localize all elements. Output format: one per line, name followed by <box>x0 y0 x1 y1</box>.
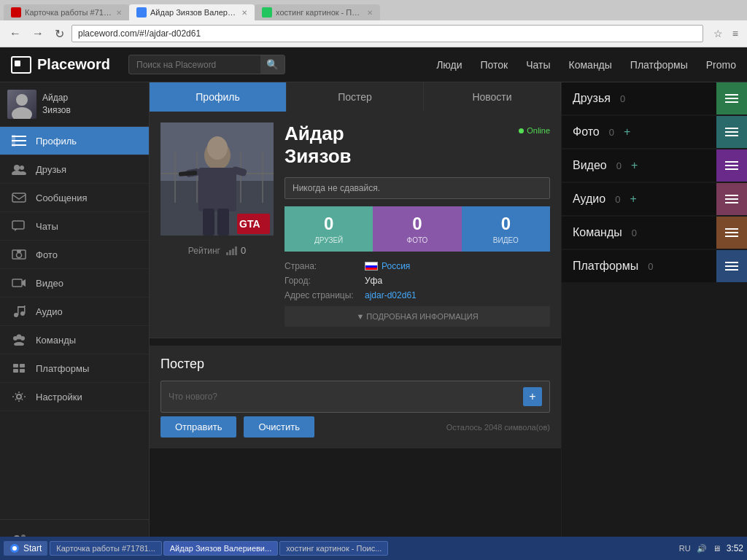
stats-row: 0 ДРУЗЕЙ 0 ФОТО 0 ВИДЕО <box>285 206 550 252</box>
taskbar-item-2[interactable]: Айдар Зиязов Валериеви... <box>163 541 278 556</box>
stat-photos: 0 ФОТО <box>373 206 461 252</box>
sidebar-item-friends[interactable]: Друзья <box>0 155 149 184</box>
sidebar-item-photo[interactable]: Фото <box>0 241 149 269</box>
hamburger-icon-2 <box>725 128 738 136</box>
nav-link-chats[interactable]: Чаты <box>526 59 550 71</box>
detail-val-address[interactable]: ajdar-d02d61 <box>365 290 417 300</box>
taskbar-item-1[interactable]: Карточка работы #71781... <box>50 541 161 556</box>
detail-val-country: Россия <box>365 261 410 271</box>
tab-poster[interactable]: Постер <box>287 82 424 112</box>
profile-icon <box>11 134 27 147</box>
sidebar-item-settings[interactable]: Настройки <box>0 383 149 411</box>
address-bar[interactable] <box>71 25 703 42</box>
stat-photos-number: 0 <box>380 214 454 234</box>
content-area: Профиль Постер Новости <box>150 82 747 560</box>
search-input[interactable] <box>129 56 260 74</box>
svg-point-57 <box>12 546 17 551</box>
nav-link-teams[interactable]: Команды <box>569 59 612 71</box>
stat-videos-number: 0 <box>469 214 543 234</box>
refresh-button[interactable]: ↻ <box>51 26 68 42</box>
svg-rect-21 <box>18 306 25 308</box>
svg-point-1 <box>12 107 32 119</box>
browser-tab-3[interactable]: хостинг картинок - Поис... ✕ <box>255 4 380 20</box>
stat-videos-label: ВИДЕО <box>469 236 543 244</box>
sidebar-item-platforms[interactable]: Платформы <box>0 354 149 383</box>
tab-close-1[interactable]: ✕ <box>116 9 122 17</box>
sidebar-item-video[interactable]: Видео <box>0 269 149 298</box>
menu-icon[interactable]: ≡ <box>729 26 741 41</box>
poster-submit-button[interactable]: Отправить <box>160 416 236 438</box>
star-icon[interactable]: ☆ <box>711 26 726 41</box>
tab-close-3[interactable]: ✕ <box>367 9 373 17</box>
sidebar-item-teams[interactable]: Команды <box>0 326 149 354</box>
back-button[interactable]: ← <box>6 26 25 42</box>
sidebar-user-name: Айдар Зиязов <box>42 92 71 117</box>
avatar-gta-char: GTA <box>160 122 274 236</box>
svg-point-7 <box>20 166 24 170</box>
sidebar-item-chats[interactable]: Чаты <box>0 212 149 241</box>
widget-teams: Команды 0 <box>562 217 747 249</box>
detail-more[interactable]: ▼ ПОДРОБНАЯ ИНФОРМАЦИЯ <box>285 306 550 327</box>
nav-link-promo[interactable]: Promo <box>706 59 736 71</box>
sidebar-label-messages: Сообщения <box>36 192 88 203</box>
nav-link-people[interactable]: Люди <box>436 59 462 71</box>
poster-actions: Отправить Очистить Осталось 2048 символа… <box>160 416 550 438</box>
widget-photo-add[interactable]: + <box>624 125 630 139</box>
svg-rect-55 <box>235 246 237 255</box>
widget-audio-add[interactable]: + <box>630 192 636 206</box>
svg-rect-15 <box>12 279 22 287</box>
search-button[interactable]: 🔍 <box>260 55 285 74</box>
sidebar-nav: Профиль Друзья Сообщения <box>0 127 149 519</box>
svg-rect-48 <box>203 209 214 236</box>
svg-rect-11 <box>12 221 24 229</box>
sidebar-item-audio[interactable]: Аудио <box>0 298 149 326</box>
detail-key-country: Страна: <box>285 261 365 271</box>
platforms-icon <box>11 362 27 375</box>
nav-link-platforms[interactable]: Платформы <box>630 59 688 71</box>
poster-chars-left: Осталось 2048 символа(ов) <box>446 423 550 432</box>
poster-input-area[interactable]: Что нового? + <box>160 381 550 413</box>
hamburger-icon-4 <box>725 195 738 203</box>
browser-tab-1[interactable]: Карточка работы #71781... ✕ <box>4 4 129 20</box>
forward-button[interactable]: → <box>28 26 47 42</box>
taskbar-volume-icon[interactable]: 🔊 <box>697 544 707 553</box>
detail-city: Город: Уфа <box>285 273 550 288</box>
browser-tab-2[interactable]: Айдар Зиязов Валериеви... ✕ <box>129 4 255 20</box>
widget-audio-count: 0 <box>615 194 620 205</box>
taskbar-clock: 3:52 <box>727 543 743 553</box>
start-button[interactable]: Start <box>4 541 47 556</box>
browser-chrome: Карточка работы #71781... ✕ Айдар Зиязов… <box>0 0 747 47</box>
browser-nav: ← → ↻ ☆ ≡ <box>0 20 747 47</box>
widget-friends-menu[interactable] <box>716 82 747 114</box>
poster-clear-button[interactable]: Очистить <box>244 416 314 438</box>
widget-photo-menu[interactable] <box>716 116 747 148</box>
profile-details: Страна: Россия Город: Уфа <box>285 259 550 303</box>
sidebar-label-chats: Чаты <box>36 221 58 232</box>
widget-video-menu[interactable] <box>716 149 747 182</box>
widget-platforms-menu[interactable] <box>716 250 747 282</box>
detail-country: Страна: Россия <box>285 259 550 273</box>
app-container: Placeword 🔍 Люди Поток Чаты Команды Плат… <box>0 47 747 560</box>
user-header: Айдар Зиязов <box>0 82 149 127</box>
sidebar-item-messages[interactable]: Сообщения <box>0 184 149 212</box>
audio-icon <box>11 305 27 318</box>
svg-rect-52 <box>226 252 228 255</box>
tab-close-2[interactable]: ✕ <box>241 9 247 17</box>
tab-profile[interactable]: Профиль <box>150 82 287 112</box>
widget-audio-menu[interactable] <box>716 183 747 215</box>
online-dot <box>519 128 524 133</box>
widget-teams-menu[interactable] <box>716 217 747 249</box>
widget-teams-label: Команды 0 <box>562 217 716 249</box>
profile-motto: Никогда не сдавайся. <box>285 177 550 199</box>
sidebar-label-photo: Фото <box>36 249 58 260</box>
nav-link-stream[interactable]: Поток <box>481 59 508 71</box>
svg-point-25 <box>14 342 24 346</box>
stat-friends: 0 ДРУЗЕЙ <box>285 206 373 252</box>
tab-news[interactable]: Новости <box>424 82 561 112</box>
sidebar-item-profile[interactable]: Профиль <box>0 127 149 155</box>
poster-add-button[interactable]: + <box>523 387 542 406</box>
widget-video-add[interactable]: + <box>631 159 638 172</box>
svg-point-0 <box>16 94 28 106</box>
taskbar-item-3[interactable]: хостинг картинок - Поис... <box>279 541 388 556</box>
svg-rect-26 <box>13 364 18 368</box>
